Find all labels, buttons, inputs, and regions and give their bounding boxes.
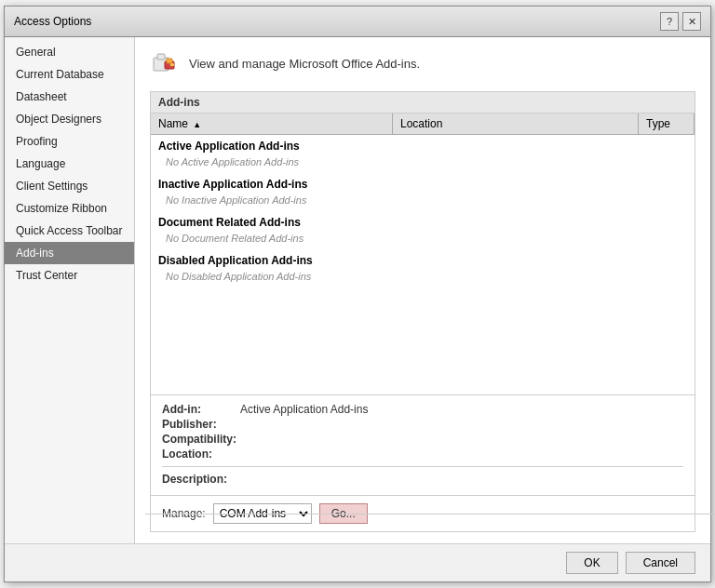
sidebar-item-trust-center[interactable]: Trust Center xyxy=(5,264,134,287)
add-ins-icon xyxy=(150,48,180,78)
info-description-row: Description: xyxy=(162,473,683,486)
add-ins-section: Add-ins Name ▲ Location Type Active Appl… xyxy=(150,91,695,532)
info-description-label: Description: xyxy=(162,473,236,486)
info-divider xyxy=(162,466,683,467)
category-disabled: Disabled Application Add-ins xyxy=(151,249,695,269)
title-bar: Access Options ? ✕ xyxy=(5,7,710,37)
sidebar-item-general[interactable]: General xyxy=(5,41,134,63)
help-button[interactable]: ? xyxy=(660,12,679,31)
section-title: Add-ins xyxy=(151,92,695,114)
sidebar-item-current-database[interactable]: Current Database xyxy=(5,63,134,86)
category-active: Active Application Add-ins xyxy=(151,135,695,154)
info-publisher-label: Publisher: xyxy=(162,418,236,431)
svg-rect-1 xyxy=(157,54,165,60)
info-location-label: Location: xyxy=(162,448,236,461)
col-name[interactable]: Name ▲ xyxy=(151,114,393,134)
add-ins-table[interactable]: Name ▲ Location Type Active Application … xyxy=(151,114,695,394)
sidebar-item-datasheet[interactable]: Datasheet xyxy=(5,86,134,108)
svg-rect-3 xyxy=(167,59,172,63)
dialog-title: Access Options xyxy=(14,15,91,28)
info-add-in-label: Add-in: xyxy=(162,403,236,416)
sidebar-item-customize-ribbon[interactable]: Customize Ribbon xyxy=(5,197,134,220)
dialog-footer: OK Cancel xyxy=(5,543,710,581)
ok-button[interactable]: OK xyxy=(566,552,617,574)
category-inactive: Inactive Application Add-ins xyxy=(151,173,695,193)
header-row: View and manage Microsoft Office Add-ins… xyxy=(150,48,695,78)
category-active-empty: No Active Application Add-ins xyxy=(151,154,695,173)
bottom-bar: Manage: COM Add-ins Actions Disabled Ite… xyxy=(151,495,695,531)
col-location[interactable]: Location xyxy=(393,114,639,134)
info-panel: Add-in: Active Application Add-ins Publi… xyxy=(151,394,695,495)
sidebar-item-language[interactable]: Language xyxy=(5,153,134,175)
sort-arrow: ▲ xyxy=(193,120,201,129)
sidebar-item-add-ins[interactable]: Add-ins xyxy=(5,242,134,264)
bottom-divider xyxy=(150,514,695,514)
col-type[interactable]: Type xyxy=(639,114,695,134)
category-inactive-empty: No Inactive Application Add-ins xyxy=(151,193,695,211)
access-options-dialog: Access Options ? ✕ General Current Datab… xyxy=(4,6,711,582)
info-add-in-row: Add-in: Active Application Add-ins xyxy=(162,403,683,416)
main-content: View and manage Microsoft Office Add-ins… xyxy=(135,37,710,543)
sidebar-item-proofing[interactable]: Proofing xyxy=(5,130,134,153)
sidebar-item-client-settings[interactable]: Client Settings xyxy=(5,175,134,197)
info-compatibility-row: Compatibility: xyxy=(162,433,683,446)
header-description: View and manage Microsoft Office Add-ins… xyxy=(189,57,420,71)
cancel-button[interactable]: Cancel xyxy=(626,552,695,574)
info-location-row: Location: xyxy=(162,448,683,461)
info-publisher-row: Publisher: xyxy=(162,418,683,431)
category-disabled-empty: No Disabled Application Add-ins xyxy=(151,269,695,287)
info-compatibility-label: Compatibility: xyxy=(162,433,236,446)
category-document-related-empty: No Document Related Add-ins xyxy=(151,231,695,249)
info-add-in-value: Active Application Add-ins xyxy=(240,403,368,416)
svg-rect-4 xyxy=(170,63,174,66)
sidebar-item-object-designers[interactable]: Object Designers xyxy=(5,108,134,130)
sidebar-item-quick-access-toolbar[interactable]: Quick Access Toolbar xyxy=(5,220,134,242)
close-button[interactable]: ✕ xyxy=(682,12,701,31)
dialog-body: General Current Database Datasheet Objec… xyxy=(5,37,710,543)
category-document-related: Document Related Add-ins xyxy=(151,211,695,231)
title-bar-controls: ? ✕ xyxy=(660,12,701,31)
table-header: Name ▲ Location Type xyxy=(151,114,695,135)
sidebar: General Current Database Datasheet Objec… xyxy=(5,37,135,543)
